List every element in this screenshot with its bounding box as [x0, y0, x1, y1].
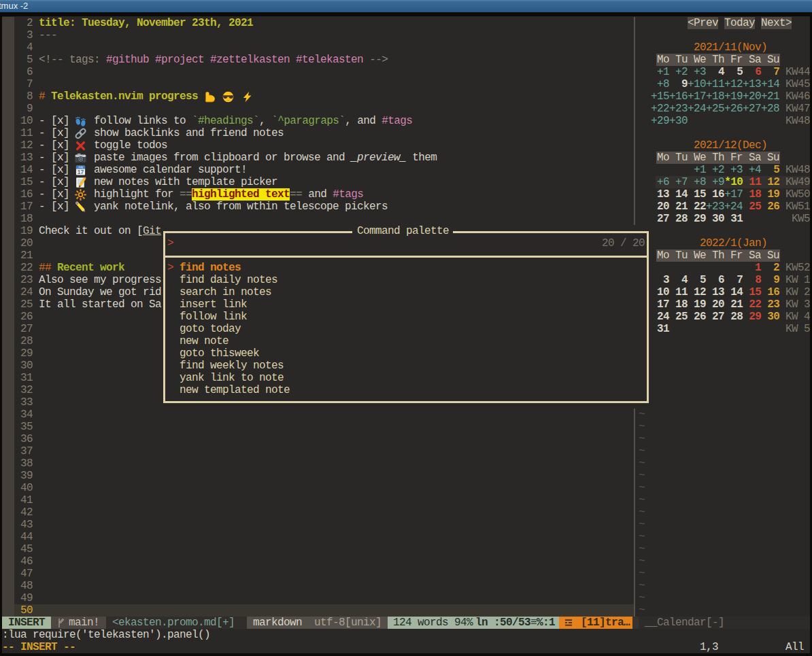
svg-text:17: 17 [78, 169, 84, 175]
svg-text:July: July [78, 166, 83, 169]
